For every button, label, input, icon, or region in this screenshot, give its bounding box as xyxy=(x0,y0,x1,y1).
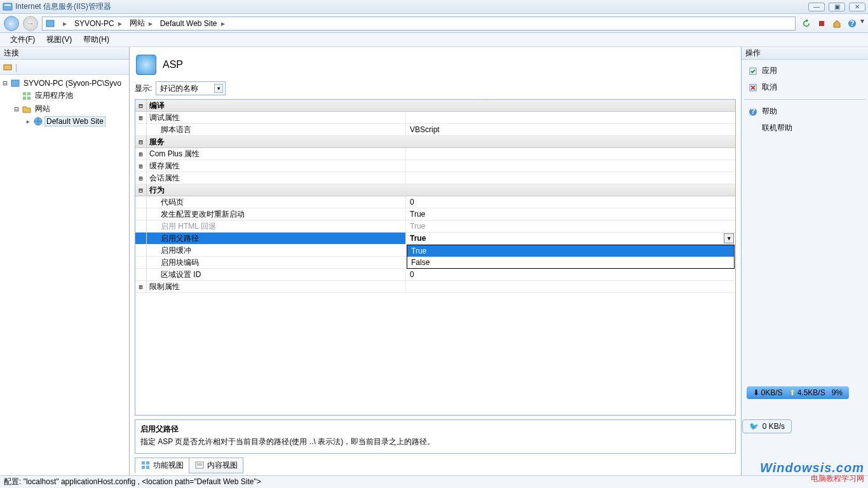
menu-help[interactable]: 帮助(H) xyxy=(78,33,114,46)
nav-bar: ← → ▸ SYVON-PC▸ 网站▸ Default Web Site▸ ? … xyxy=(0,14,868,33)
dropdown-button[interactable]: ▾ xyxy=(724,233,734,243)
svg-rect-10 xyxy=(23,97,26,100)
asp-icon xyxy=(136,55,156,75)
page-title: ASP xyxy=(163,59,183,71)
tab-features-view[interactable]: 功能视图 xyxy=(135,458,189,473)
tree-selected-label: Default Web Site xyxy=(44,116,105,126)
svg-text:?: ? xyxy=(750,107,755,116)
actions-pane: 操作 应用 取消 ? 帮助 联机帮助 xyxy=(741,47,868,475)
svg-rect-1 xyxy=(4,4,11,6)
svg-rect-2 xyxy=(46,20,54,27)
svg-rect-0 xyxy=(3,3,12,10)
actions-list: 应用 取消 ? 帮助 联机帮助 xyxy=(742,60,868,139)
breadcrumb-2[interactable]: 网站▸ xyxy=(127,17,155,30)
actions-header: 操作 xyxy=(742,47,868,60)
minimize-button[interactable]: — xyxy=(808,3,825,11)
svg-rect-3 xyxy=(819,21,824,26)
connections-tree[interactable]: ⊟ SYVON-PC (Syvon-PC\Syvo 应用程序池 ⊟ 网站 ▸ D… xyxy=(0,75,129,475)
connections-header: 连接 xyxy=(0,47,129,60)
row-session-props[interactable]: ⊞会话属性 xyxy=(135,172,735,184)
svg-rect-7 xyxy=(11,80,19,86)
connect-server-icon[interactable] xyxy=(3,62,13,72)
main-body: 连接 | ⊟ SYVON-PC (Syvon-PC\Syvo 应用程序池 ⊟ 网… xyxy=(0,47,868,475)
forward-button[interactable]: → xyxy=(23,16,38,31)
close-button[interactable]: ✕ xyxy=(849,3,865,11)
property-grid[interactable]: ⊟编译 ⊞调试属性 脚本语言VBScript ⊟服务 ⊞Com Plus 属性 … xyxy=(135,99,736,416)
features-icon xyxy=(140,460,151,470)
row-complus[interactable]: ⊞Com Plus 属性 xyxy=(135,148,735,160)
svg-text:?: ? xyxy=(850,19,854,28)
content-icon xyxy=(194,460,205,470)
action-online-help[interactable]: 联机帮助 xyxy=(744,121,865,135)
server-node-icon xyxy=(10,78,20,88)
tree-sites[interactable]: ⊟ 网站 xyxy=(1,102,128,116)
cat-behavior[interactable]: ⊟行为 xyxy=(135,184,735,196)
connections-toolbar: | xyxy=(0,60,129,75)
row-cache-props[interactable]: ⊞缓存属性 xyxy=(135,160,735,172)
svg-rect-8 xyxy=(23,92,26,95)
folder-icon xyxy=(22,104,32,114)
address-bar[interactable]: ▸ SYVON-PC▸ 网站▸ Default Web Site▸ xyxy=(42,17,796,30)
row-codepage[interactable]: 代码页0 xyxy=(135,196,735,208)
filter-row: 显示: 好记的名称 ▾ xyxy=(135,81,736,95)
action-apply[interactable]: 应用 xyxy=(744,64,865,78)
row-parent-paths[interactable]: 启用父路径 True▾ xyxy=(135,233,735,245)
parent-paths-dropdown[interactable]: True False xyxy=(407,245,735,269)
svg-rect-13 xyxy=(142,461,145,464)
toolbar-sep: | xyxy=(15,63,17,72)
window-title: Internet 信息服务(IIS)管理器 xyxy=(15,1,808,12)
page-header: ASP xyxy=(135,52,736,78)
tree-app-pools[interactable]: 应用程序池 xyxy=(1,89,128,102)
apply-icon xyxy=(748,66,758,76)
help-icon[interactable]: ? xyxy=(845,17,859,30)
svg-rect-15 xyxy=(142,466,145,469)
home-icon[interactable] xyxy=(830,17,844,30)
refresh-icon[interactable] xyxy=(799,17,813,30)
menu-view[interactable]: 视图(V) xyxy=(41,33,77,46)
menu-file[interactable]: 文件(F) xyxy=(5,33,40,46)
tree-root[interactable]: ⊟ SYVON-PC (Syvon-PC\Syvo xyxy=(1,78,128,89)
cat-compile[interactable]: ⊟编译 xyxy=(135,100,735,112)
row-limits[interactable]: ⊞限制属性 xyxy=(135,281,735,293)
row-html-fallback[interactable]: 启用 HTML 回退True xyxy=(135,220,735,233)
breadcrumb-3[interactable]: Default Web Site▸ xyxy=(158,17,227,30)
display-filter-combo[interactable]: 好记的名称 ▾ xyxy=(156,81,226,95)
description-box: 启用父路径 指定 ASP 页是否允许相对于当前目录的路径(使用 ..\ 表示法)… xyxy=(135,419,736,454)
row-locale-id[interactable]: 区域设置 ID0 xyxy=(135,269,735,281)
row-script-lang[interactable]: 脚本语言VBScript xyxy=(135,124,735,136)
back-button[interactable]: ← xyxy=(4,16,19,31)
maximize-button[interactable]: ▣ xyxy=(829,3,845,11)
tab-content-view[interactable]: 内容视图 xyxy=(189,458,243,473)
connections-pane: 连接 | ⊟ SYVON-PC (Syvon-PC\Syvo 应用程序池 ⊟ 网… xyxy=(0,47,130,475)
svg-rect-16 xyxy=(146,466,149,469)
svg-rect-14 xyxy=(146,461,149,464)
row-restart-on-config[interactable]: 发生配置更改时重新启动True xyxy=(135,208,735,220)
window-titlebar: Internet 信息服务(IIS)管理器 — ▣ ✕ xyxy=(0,0,868,14)
nav-right-buttons: ? ▾ xyxy=(799,17,864,30)
dropdown-option-false[interactable]: False xyxy=(407,257,734,268)
cat-services[interactable]: ⊟服务 xyxy=(135,136,735,148)
tree-default-site[interactable]: ▸ Default Web Site xyxy=(1,116,128,127)
help-small-icon: ? xyxy=(748,107,758,117)
row-debug-props[interactable]: ⊞调试属性 xyxy=(135,112,735,124)
breadcrumb-root[interactable]: ▸ xyxy=(58,17,69,30)
status-bar: 配置: "localhost" applicationHost.config ,… xyxy=(0,475,868,488)
chevron-down-icon: ▾ xyxy=(214,84,223,93)
description-body: 指定 ASP 页是否允许相对于当前目录的路径(使用 ..\ 表示法)，即当前目录… xyxy=(140,437,730,447)
view-tabs: 功能视图 内容视图 xyxy=(135,458,736,473)
action-cancel[interactable]: 取消 xyxy=(744,80,865,95)
app-pool-icon xyxy=(22,91,32,101)
stop-icon[interactable] xyxy=(815,17,829,30)
breadcrumb-1[interactable]: SYVON-PC▸ xyxy=(72,17,125,30)
content-pane: ASP 显示: 好记的名称 ▾ ⊟编译 ⊞调试属性 脚本语言VBScript ⊟… xyxy=(130,47,741,475)
window-buttons: — ▣ ✕ xyxy=(808,3,865,11)
status-text: 配置: "localhost" applicationHost.config ,… xyxy=(4,477,261,487)
action-help[interactable]: ? 帮助 xyxy=(744,104,865,119)
menu-bar: 文件(F) 视图(V) 帮助(H) xyxy=(0,33,868,47)
svg-rect-9 xyxy=(27,92,31,95)
actions-separator xyxy=(744,99,865,100)
dropdown-option-true[interactable]: True xyxy=(407,245,734,257)
cancel-icon xyxy=(748,83,758,93)
svg-rect-11 xyxy=(27,97,31,100)
svg-rect-6 xyxy=(4,65,11,70)
